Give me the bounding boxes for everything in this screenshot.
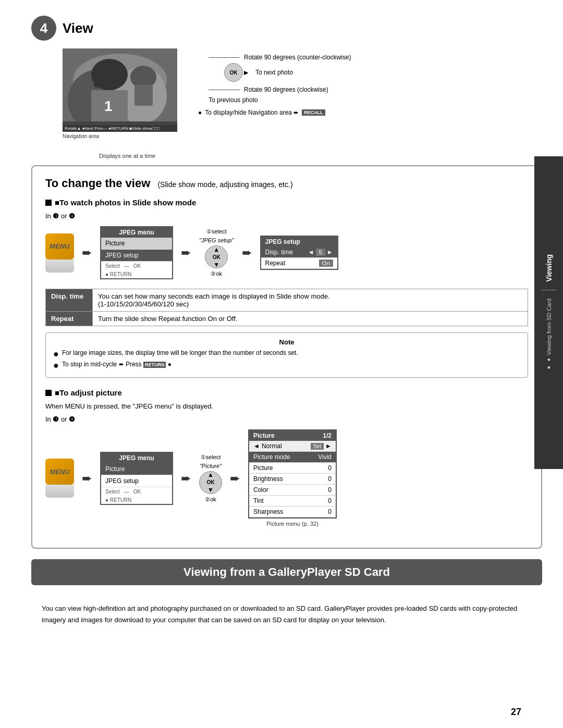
repeat-info-desc: Turn the slide show Repeat function On o… [93,312,528,326]
jpeg-menu-box: JPEG menu Picture JPEG setup Select — OK… [100,226,173,279]
step-number: 4 [31,16,56,41]
rotate-ccw-line: Rotate 90 degrees (counter-clockwise) [209,54,351,61]
menu-hand-2: MENU [45,459,74,485]
jpeg-menu-box-2: JPEG menu Picture JPEG setup Select — OK… [100,452,173,505]
info-table: Disp. time You can set how many seconds … [45,289,528,326]
step-ref-1: ❸ [53,212,59,220]
page-container: 4 View [0,0,563,728]
tint-row: Tint 0 [249,496,336,507]
disp-time-info-desc: You can set how many seconds each image … [93,289,528,312]
sharpness-val: 0 [328,508,332,515]
tint-val: 0 [328,497,332,504]
ok-2-label-2: ②ok [205,496,216,503]
sidebar-sub-text: ● ● Viewing from SD Card [546,299,552,371]
nav-hint-text: To display/hide Navigation area ➨ [205,109,299,116]
bullet-2-icon: ● [53,361,59,370]
right-sidebar: Viewing ● ● Viewing from SD Card [534,156,563,469]
flow-arrow-3: ➨ [242,245,252,260]
sd-card-text: You can view high-definition art and pho… [42,603,532,626]
repeat-info-row: Repeat Turn the slide show Repeat functi… [46,312,528,326]
set-badge: Set [311,443,324,450]
note-box: Note ● For large image sizes, the displa… [45,332,528,378]
flow-arrow-5: ➨ [181,471,191,486]
ok-button-diagram: OK ► [224,63,243,82]
note-title: Note [53,338,520,346]
right-arrow-icon: ► [242,68,250,77]
jpeg-setup-result-box: JPEG setup Disp. time ◄ 5 ► Repeat On [260,236,338,270]
normal-left-arrow-icon: ◄ [253,442,260,450]
change-view-title: To change the view (Slide show mode, adj… [45,177,528,190]
nav-overlay: Rotate▲ ●Next Prev— ●RETURN ■Slide show□… [63,125,177,132]
rotate-cw-line: Rotate 90 degrees (clockwise) [209,86,328,93]
disp-time-label: Disp. time [265,249,293,256]
picture-title: Picture [253,432,275,439]
note-1: ● For large image sizes, the display tim… [53,349,520,359]
disp-time-row: Disp. time ◄ 5 ► [261,247,337,258]
sd-card-section: Viewing from a GalleryPlayer SD Card You… [31,559,542,634]
section-header: 4 View [31,16,542,41]
nav-overlay-text: Rotate▲ ●Next Prev— ●RETURN ■Slide show□… [65,126,160,131]
dash-label-2: — [124,489,129,495]
repeat-info-label: Repeat [46,312,93,326]
in-label-2: In ❸ or ❹ [45,415,528,423]
page-number: 27 [511,707,521,718]
view-right-panel: Rotate 90 degrees (counter-clockwise) OK… [198,54,542,116]
normal-label: Normal [262,442,282,450]
black-square-2-icon [45,390,52,396]
ok-flow-area-2: ①select "Picture" ▲ OK ▼ ②ok [199,454,222,503]
svg-rect-5 [94,77,115,88]
sharpness-label: Sharpness [253,508,283,515]
black-square-icon [45,200,52,206]
sidebar-content: Viewing ● ● Viewing from SD Card [541,254,557,371]
sidebar-divider [541,290,557,290]
step-ref-4: ❹ [69,415,75,423]
menu-label: MENU [50,242,69,250]
step-ref-2: ❹ [69,212,75,220]
normal-set-inner: ◄ Normal [253,442,282,450]
picture-setup-container: Picture 1/2 ◄ Normal Set ► [248,429,337,527]
ok-wrap: ▲ OK ▼ [213,246,221,268]
normal-right-arrow-icon: ► [325,442,332,450]
jpeg-menu-picture-2: Picture [101,463,172,475]
brightness-val: 0 [328,475,332,483]
flow-arrow-6: ➨ [230,471,240,486]
repeat-value: On [319,260,333,267]
ok-label-diagram: OK [230,70,238,76]
disp-time-secs: (1-10/15/20/30/45/60/120 sec) [98,300,189,308]
displays-one-at-a-time: Displays one at a time [99,153,155,159]
menu-hand-container-2: MENU [45,459,74,498]
picture-mode-label: Picture mode [253,453,290,461]
svg-rect-9 [134,85,153,106]
adjust-title: ■To adjust picture [45,388,528,397]
ok-wrap-2: ▲ OK ▼ [207,471,215,493]
sd-card-header: Viewing from a GalleryPlayer SD Card [31,559,542,585]
picture-page: 1/2 [323,432,332,439]
ok-btn-flow-2[interactable]: ▲ OK ▼ [199,471,222,494]
disp-time-info-label: Disp. time [46,289,93,312]
svg-text:1: 1 [104,98,113,114]
tint-label: Tint [253,497,264,504]
picture-val-label: Picture [253,464,273,472]
nav-area-label: Navigation area [63,133,99,139]
hand-body [45,260,74,273]
menu-label-2: MENU [50,468,69,476]
change-view-box: To change the view (Slide show mode, adj… [31,165,542,549]
jpeg-menu-jpeg-setup-2: JPEG setup [101,475,172,487]
ok-text: OK [213,254,221,260]
step-ref-3: ❸ [53,415,59,423]
return-label-2: ● RETURN [101,496,172,504]
picture-setup-box: Picture 1/2 ◄ Normal Set ► [248,429,337,519]
rotate-cw-text: Rotate 90 degrees (clockwise) [244,86,328,93]
rotation-diagram: Rotate 90 degrees (counter-clockwise) OK… [209,54,542,104]
ok-flow-area: ①select "JPEG setup" ▲ OK ▼ ②ok [199,228,234,277]
adjust-title-text: ■To adjust picture [55,388,122,397]
up-arrow-icon: ▲ [213,246,219,253]
jpeg-menu-header: JPEG menu [101,227,172,238]
ok-btn-area: OK ► To next photo [224,63,293,82]
recall-button-label: RECALL [302,109,325,116]
jpeg-setup-quote: "JPEG setup" [199,237,234,243]
adjust-picture-section: ■To adjust picture When MENU is pressed,… [45,388,528,527]
ok-btn-flow[interactable]: ▲ OK ▼ [205,245,228,268]
select-picture-1: ①select [201,454,221,461]
return-badge: RETURN [143,362,166,368]
